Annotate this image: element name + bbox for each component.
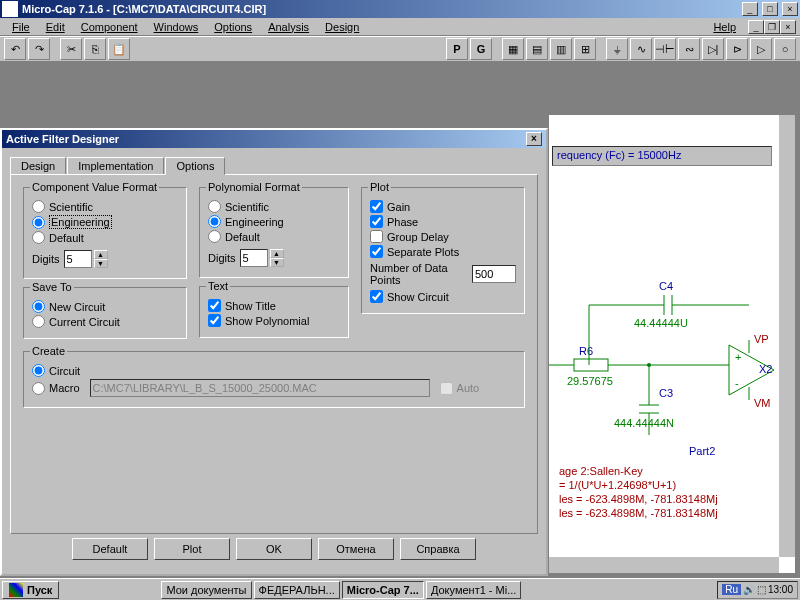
svg-text:-: -	[735, 377, 739, 389]
main-toolbar: ↶ ↷ ✂ ⎘ 📋 P G ▦ ▤ ▥ ⊞ ⏚ ∿ ⊣⊢ ∾ ▷| ⊳ ▷ ○	[0, 36, 800, 62]
info-box: requency (Fc) = 15000Hz	[552, 146, 772, 166]
resistor-icon[interactable]: ∿	[630, 38, 652, 60]
radio-create-circuit[interactable]	[32, 364, 45, 377]
input-macro-path	[90, 379, 430, 397]
grid2-icon[interactable]: ▤	[526, 38, 548, 60]
radio-pf-engineering[interactable]	[208, 215, 221, 228]
ground-icon[interactable]: ⏚	[606, 38, 628, 60]
radio-save-current[interactable]	[32, 315, 45, 328]
button-help[interactable]: Справка	[400, 538, 476, 560]
close-button[interactable]: ×	[782, 2, 798, 16]
mdi-close-button[interactable]: ×	[780, 20, 796, 34]
scrollbar-vertical[interactable]	[779, 115, 795, 557]
paste-icon[interactable]: 📋	[108, 38, 130, 60]
quicklaunch5-icon[interactable]	[141, 581, 159, 599]
quicklaunch4-icon[interactable]	[121, 581, 139, 599]
spin-down-pf[interactable]: ▼	[270, 258, 284, 267]
label-group-delay: Group Delay	[387, 231, 449, 243]
task-document1[interactable]: Документ1 - Mi...	[426, 581, 521, 599]
spin-down-cvf[interactable]: ▼	[94, 259, 108, 268]
radio-create-macro[interactable]	[32, 382, 45, 395]
check-show-poly[interactable]	[208, 314, 221, 327]
label-cvf-digits: Digits	[32, 253, 60, 265]
tab-options[interactable]: Options	[165, 157, 225, 175]
undo-icon[interactable]: ↶	[4, 38, 26, 60]
check-phase[interactable]	[370, 215, 383, 228]
dialog-close-button[interactable]: ×	[526, 132, 542, 146]
menu-options[interactable]: Options	[206, 21, 260, 33]
radio-save-new[interactable]	[32, 300, 45, 313]
source-icon[interactable]: ○	[774, 38, 796, 60]
task-federal[interactable]: ФЕДЕРАЛЬН...	[254, 581, 340, 599]
menubar: File Edit Component Windows Options Anal…	[0, 18, 800, 36]
group-component-value-format: Component Value Format Scientific Engine…	[23, 187, 187, 279]
input-pf-digits[interactable]	[240, 249, 268, 267]
cut-icon[interactable]: ✂	[60, 38, 82, 60]
task-microcap[interactable]: Micro-Cap 7...	[342, 581, 424, 599]
menu-edit[interactable]: Edit	[38, 21, 73, 33]
tab-implementation[interactable]: Implementation	[67, 157, 164, 175]
task-mydocs[interactable]: Мои документы	[161, 581, 251, 599]
quicklaunch3-icon[interactable]	[101, 581, 119, 599]
label-r6: R6	[579, 345, 593, 357]
check-separate-plots[interactable]	[370, 245, 383, 258]
redo-icon[interactable]: ↷	[28, 38, 50, 60]
menu-file[interactable]: File	[4, 21, 38, 33]
input-ndp[interactable]	[472, 265, 516, 283]
start-button[interactable]: Пуск	[2, 581, 59, 599]
menu-design[interactable]: Design	[317, 21, 367, 33]
input-cvf-digits[interactable]	[64, 250, 92, 268]
minimize-button[interactable]: _	[742, 2, 758, 16]
tab-design[interactable]: Design	[10, 157, 66, 175]
toolbar-g-button[interactable]: G	[470, 38, 492, 60]
quicklaunch1-icon[interactable]	[61, 581, 79, 599]
menu-help[interactable]: Help	[705, 21, 744, 33]
check-gain[interactable]	[370, 200, 383, 213]
button-default[interactable]: Default	[72, 538, 148, 560]
menu-component[interactable]: Component	[73, 21, 146, 33]
radio-cvf-engineering[interactable]	[32, 216, 45, 229]
quicklaunch2-icon[interactable]	[81, 581, 99, 599]
maximize-button[interactable]: □	[762, 2, 778, 16]
calc-icon[interactable]: ⊞	[574, 38, 596, 60]
label-c3: C3	[659, 387, 673, 399]
tray-icon1[interactable]: 🔊	[743, 584, 755, 595]
mdi-restore-button[interactable]: ❐	[764, 20, 780, 34]
lang-indicator[interactable]: Ru	[722, 584, 741, 595]
check-auto	[440, 382, 453, 395]
label-create-circuit: Circuit	[49, 365, 80, 377]
check-group-delay[interactable]	[370, 230, 383, 243]
check-show-circuit[interactable]	[370, 290, 383, 303]
legend-create: Create	[30, 345, 67, 357]
radio-pf-default[interactable]	[208, 230, 221, 243]
grid1-icon[interactable]: ▦	[502, 38, 524, 60]
toolbar-p-button[interactable]: P	[446, 38, 468, 60]
button-ok[interactable]: OK	[236, 538, 312, 560]
scrollbar-horizontal[interactable]	[549, 557, 779, 573]
button-cancel[interactable]: Отмена	[318, 538, 394, 560]
check-show-title[interactable]	[208, 299, 221, 312]
grid3-icon[interactable]: ▥	[550, 38, 572, 60]
copy-icon[interactable]: ⎘	[84, 38, 106, 60]
spin-up-pf[interactable]: ▲	[270, 249, 284, 258]
capacitor-icon[interactable]: ⊣⊢	[654, 38, 676, 60]
inductor-icon[interactable]: ∾	[678, 38, 700, 60]
label-c4: C4	[659, 280, 673, 292]
button-plot[interactable]: Plot	[154, 538, 230, 560]
menu-windows[interactable]: Windows	[146, 21, 207, 33]
radio-pf-scientific[interactable]	[208, 200, 221, 213]
spin-up-cvf[interactable]: ▲	[94, 250, 108, 259]
app-icon	[2, 1, 18, 17]
diode-icon[interactable]: ▷|	[702, 38, 724, 60]
clock[interactable]: 13:00	[768, 584, 793, 595]
menu-analysis[interactable]: Analysis	[260, 21, 317, 33]
radio-cvf-default[interactable]	[32, 231, 45, 244]
mdi-minimize-button[interactable]: _	[748, 20, 764, 34]
opamp-icon[interactable]: ▷	[750, 38, 772, 60]
tray-icon2[interactable]: ⬚	[757, 584, 766, 595]
circuit-line4: les = -623.4898M, -781.83148Mj	[559, 507, 718, 519]
radio-cvf-scientific[interactable]	[32, 200, 45, 213]
transistor-icon[interactable]: ⊳	[726, 38, 748, 60]
label-vp: VP	[754, 333, 769, 345]
canvas[interactable]: C4 44.44444U R6 29.57675 C3 444.44444N +…	[548, 114, 796, 574]
